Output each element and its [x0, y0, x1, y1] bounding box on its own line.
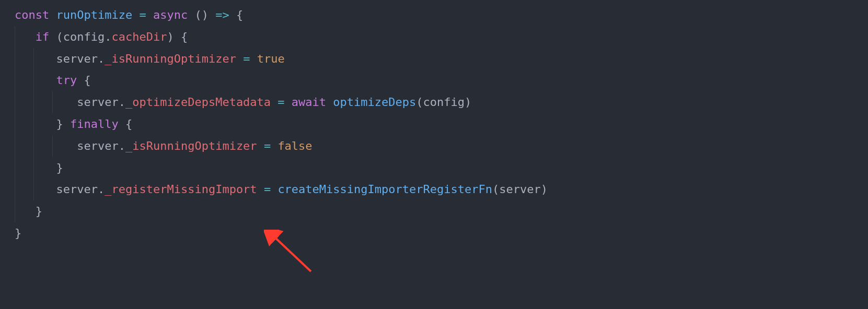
indent-spaces: [15, 161, 56, 174]
code-token: (): [188, 8, 215, 21]
indent-spaces: [15, 52, 56, 65]
code-line[interactable]: }: [0, 222, 868, 244]
indent-guide: [33, 69, 34, 91]
code-token: _registerMissingImport: [105, 183, 257, 196]
code-token: }: [56, 161, 63, 174]
code-token: if: [36, 30, 50, 43]
code-line[interactable]: server._isRunningOptimizer = false: [0, 135, 868, 157]
indent-guide: [15, 135, 15, 157]
code-token: {: [77, 74, 91, 87]
code-token: const: [15, 8, 56, 21]
code-token: server: [499, 183, 540, 196]
code-token: .: [98, 52, 105, 65]
code-token: [236, 52, 243, 65]
indent-guide: [33, 48, 34, 70]
indent-spaces: [15, 183, 56, 196]
indent-guide: [15, 69, 15, 91]
indent-guide: [33, 157, 34, 179]
code-token: [250, 52, 257, 65]
code-token: runOptimize: [56, 8, 132, 21]
indent-spaces: [15, 96, 77, 109]
code-token: =: [243, 52, 250, 65]
code-token: [257, 183, 264, 196]
code-token: =: [264, 139, 271, 152]
code-token: {: [119, 117, 133, 130]
code-token: [271, 183, 277, 196]
code-line[interactable]: }: [0, 157, 868, 179]
code-token: }: [56, 117, 70, 130]
code-token: .: [98, 183, 105, 196]
code-token: ) {: [167, 30, 188, 43]
code-token: [257, 139, 264, 152]
code-token: .: [105, 30, 111, 43]
code-block[interactable]: const runOptimize = async () => { if (co…: [0, 0, 868, 244]
indent-guide: [15, 48, 15, 70]
code-token: [146, 8, 153, 21]
code-token: =: [277, 96, 284, 109]
indent-spaces: [15, 117, 56, 130]
indent-guide: [15, 113, 15, 135]
code-token: server: [56, 183, 97, 196]
indent-guide: [33, 135, 34, 157]
code-token: async: [153, 8, 188, 21]
indent-guide: [33, 91, 34, 113]
code-token: (: [492, 183, 499, 196]
code-line[interactable]: if (config.cacheDir) {: [0, 26, 868, 48]
indent-guide: [15, 157, 15, 179]
code-token: server: [77, 96, 118, 109]
code-token: =: [264, 183, 271, 196]
code-token: ): [541, 183, 548, 196]
code-line[interactable]: }: [0, 200, 868, 222]
code-token: _optimizeDepsMetadata: [125, 96, 271, 109]
code-token: {: [229, 8, 244, 21]
code-token: finally: [70, 117, 119, 130]
code-token: optimizeDeps: [333, 96, 416, 109]
indent-guide: [15, 91, 15, 113]
code-token: createMissingImporterRegisterFn: [277, 183, 492, 196]
code-token: [271, 139, 277, 152]
code-token: [326, 96, 333, 109]
code-token: try: [56, 74, 77, 87]
code-token: }: [36, 205, 42, 218]
code-token: server: [56, 52, 97, 65]
code-token: config: [423, 96, 465, 109]
code-token: _isRunningOptimizer: [105, 52, 236, 65]
code-token: ): [465, 96, 471, 109]
code-token: true: [257, 52, 285, 65]
indent-guide: [33, 113, 34, 135]
indent-guide: [33, 179, 34, 200]
indent-guide: [15, 200, 15, 222]
indent-guide: [15, 26, 15, 48]
code-line[interactable]: server._registerMissingImport = createMi…: [0, 179, 868, 200]
code-token: (: [49, 30, 63, 43]
code-token: config: [63, 30, 105, 43]
code-token: }: [15, 227, 21, 240]
code-token: .: [119, 96, 125, 109]
indent-spaces: [15, 74, 56, 87]
code-line[interactable]: try {: [0, 69, 868, 91]
code-token: server: [77, 139, 118, 152]
code-token: [285, 96, 292, 109]
code-token: =: [139, 8, 146, 21]
code-token: cacheDir: [111, 30, 167, 43]
code-line[interactable]: const runOptimize = async () => {: [0, 4, 868, 26]
code-token: _isRunningOptimizer: [125, 139, 257, 152]
code-token: await: [292, 96, 326, 109]
indent-guide: [52, 91, 53, 113]
code-line[interactable]: } finally {: [0, 113, 868, 135]
indent-spaces: [15, 205, 36, 218]
code-token: [132, 8, 139, 21]
code-token: [271, 96, 277, 109]
code-token: (: [416, 96, 423, 109]
indent-spaces: [15, 139, 77, 152]
code-line[interactable]: server._isRunningOptimizer = true: [0, 48, 868, 70]
code-token: false: [277, 139, 312, 152]
indent-guide: [52, 135, 53, 157]
code-line[interactable]: server._optimizeDepsMetadata = await opt…: [0, 91, 868, 113]
code-token: =>: [215, 8, 229, 21]
indent-guide: [15, 179, 15, 200]
indent-spaces: [15, 30, 36, 43]
code-token: .: [119, 139, 125, 152]
